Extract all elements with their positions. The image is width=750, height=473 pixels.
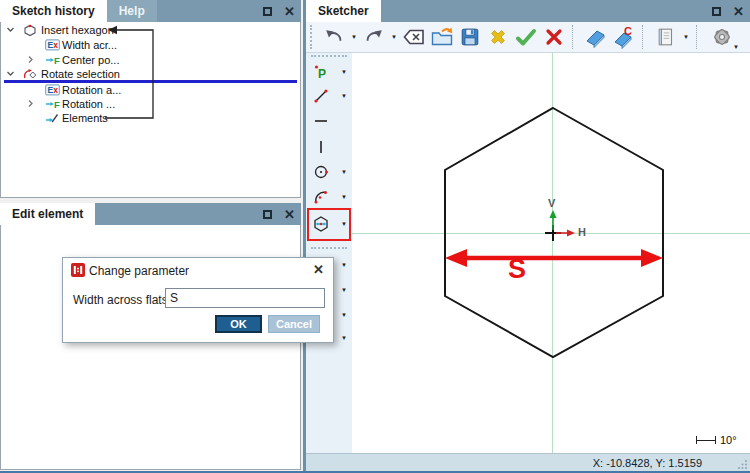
svg-text:P: P: [318, 67, 326, 81]
tab-label: Help: [119, 4, 145, 18]
close-icon[interactable]: ✕: [284, 5, 295, 18]
yellow-x-icon: [487, 26, 509, 48]
ok-button[interactable]: OK: [215, 315, 262, 333]
tool-dropdown-icon[interactable]: ▼: [339, 287, 349, 293]
toolbar-drag-handle[interactable]: [310, 25, 315, 49]
undo-dropdown-icon[interactable]: ▼: [349, 34, 359, 40]
sketch-history-panel: Sketch history Help ✕ Insert hexagon Ex …: [0, 0, 301, 198]
layers-dropdown-icon[interactable]: ▼: [681, 34, 691, 40]
point-tool-icon: P: [312, 63, 330, 81]
origin-marker: [545, 210, 575, 241]
tree-row-insert-hexagon[interactable]: Insert hexagon: [1, 23, 300, 38]
resize-grip[interactable]: [738, 459, 748, 469]
backspace-icon: [402, 25, 426, 49]
tab-label: Edit element: [12, 207, 83, 221]
circle-tool[interactable]: ▼: [306, 163, 352, 183]
field-icon: F: [45, 54, 61, 66]
tree-item-label: Rotate selection: [41, 68, 120, 80]
line-dropdown-icon[interactable]: ▼: [339, 93, 349, 99]
tab-help[interactable]: Help: [107, 0, 157, 22]
change-parameter-dialog: Change parameter ✕ Width across flats: O…: [62, 257, 334, 343]
chevron-down-icon[interactable]: [6, 68, 15, 80]
active-tool-highlight: [307, 208, 351, 241]
erase-constructions-button[interactable]: C: [611, 24, 637, 50]
elements-icon: [45, 112, 59, 124]
tree-row-center-point[interactable]: F Center po...: [1, 53, 300, 68]
accept-button[interactable]: [513, 24, 539, 50]
arc-dropdown-icon[interactable]: ▼: [339, 194, 349, 200]
tree-item-label: Elements: [62, 112, 108, 124]
maximize-icon[interactable]: [263, 210, 272, 219]
point-dropdown-icon[interactable]: ▼: [339, 69, 349, 75]
tool-dropdown-icon[interactable]: ▼: [339, 262, 349, 268]
sketch-canvas[interactable]: V H S 10°: [352, 53, 750, 453]
dimension-label: S: [508, 254, 526, 285]
v-axis-label: V: [548, 197, 555, 209]
green-check-icon: [514, 25, 538, 49]
point-tool[interactable]: P ▼: [306, 63, 352, 83]
sketcher-toolbar: ▼ ▼ C ▼ ▼: [306, 22, 750, 53]
width-across-flats-input[interactable]: [165, 288, 325, 308]
toolbar-separator: [572, 25, 578, 49]
svg-text:C: C: [624, 25, 632, 37]
sketch-history-titlebar: Sketch history Help ✕: [0, 0, 301, 22]
tab-edit-element[interactable]: Edit element: [0, 203, 95, 225]
sketch-geometry: [352, 53, 750, 453]
redo-dropdown-icon[interactable]: ▼: [389, 34, 399, 40]
save-button[interactable]: [457, 24, 483, 50]
close-icon[interactable]: ✕: [313, 262, 324, 277]
sketcher-tool-column: P ▼ ▼ ▼ ▼ ▼: [306, 53, 352, 453]
svg-text:F: F: [54, 99, 60, 110]
tab-sketcher[interactable]: Sketcher: [306, 0, 381, 22]
eraser-c-icon: C: [612, 25, 636, 49]
maximize-icon[interactable]: [263, 7, 272, 16]
sketch-history-tree: Insert hexagon Ex Width acr... F Center …: [0, 22, 301, 198]
circle-dropdown-icon[interactable]: ▼: [339, 169, 349, 175]
horizontal-line-tool[interactable]: [306, 112, 352, 132]
eraser-icon: [584, 25, 608, 49]
erase-button[interactable]: [583, 24, 609, 50]
horizontal-line-icon: [312, 112, 330, 130]
chevron-right-icon[interactable]: [26, 54, 35, 66]
tree-item-label: Insert hexagon: [41, 24, 114, 36]
arc-tool-icon: [312, 188, 330, 206]
tree-row-rotation[interactable]: F Rotation ...: [1, 97, 300, 112]
tree-row-rotation-angle[interactable]: Ex Rotation a...: [1, 83, 300, 98]
save-icon: [459, 26, 481, 48]
undo-button[interactable]: [321, 24, 347, 50]
tool-dropdown-icon[interactable]: ▼: [339, 335, 349, 341]
tab-label: Sketcher: [318, 4, 369, 18]
tree-row-elements[interactable]: Elements: [1, 111, 300, 126]
svg-text:x: x: [53, 85, 58, 95]
open-button[interactable]: [429, 24, 455, 50]
arc-tool[interactable]: ▼: [306, 188, 352, 208]
chevron-down-icon[interactable]: [6, 24, 15, 36]
tab-sketch-history[interactable]: Sketch history: [0, 0, 107, 22]
cancel-button[interactable]: Cancel: [268, 315, 320, 333]
chevron-right-icon[interactable]: [26, 98, 35, 110]
tree-item-label: Center po...: [62, 54, 119, 66]
dialog-title: Change parameter: [89, 264, 189, 278]
toolbar-drag-handle[interactable]: [311, 55, 347, 57]
close-sketch-button[interactable]: [541, 24, 567, 50]
settings-button[interactable]: ▼: [707, 24, 737, 50]
book-icon: [655, 26, 677, 48]
expression-icon: Ex: [45, 84, 60, 96]
tree-row-width-across[interactable]: Ex Width acr...: [1, 38, 300, 53]
settings-dropdown-icon[interactable]: ▼: [731, 44, 741, 50]
vertical-line-tool[interactable]: [306, 138, 352, 158]
tool-dropdown-icon[interactable]: ▼: [339, 312, 349, 318]
redo-button[interactable]: [361, 24, 387, 50]
svg-text:F: F: [54, 55, 60, 66]
cancel-sketch-button[interactable]: [485, 24, 511, 50]
red-x-icon: [543, 26, 565, 48]
sketcher-panel: Sketcher ✕ ▼ ▼ C ▼ ▼: [303, 0, 750, 471]
layers-button[interactable]: [653, 24, 679, 50]
close-icon[interactable]: ✕: [284, 208, 295, 221]
scale-indicator: 10°: [696, 434, 737, 446]
line-tool[interactable]: ▼: [306, 87, 352, 107]
maximize-icon[interactable]: [712, 7, 721, 16]
delete-back-button[interactable]: [401, 24, 427, 50]
close-icon[interactable]: ✕: [733, 5, 744, 18]
ruler-icon: [696, 436, 716, 444]
